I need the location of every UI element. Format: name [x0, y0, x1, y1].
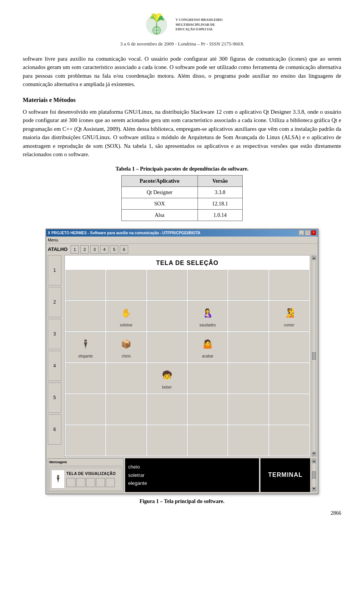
vis-squares: [66, 478, 116, 487]
logo-area: V Congresso Brasileiro Multidisciplinar …: [23, 11, 341, 38]
minimize-button[interactable]: _: [299, 230, 304, 235]
grid-cell-r5c3[interactable]: [147, 394, 187, 425]
grid-cell-r1c2[interactable]: [106, 270, 146, 300]
cell-icon-beber: 🧒: [158, 367, 175, 384]
figure-caption: Figura 1 – Tela principal do software.: [23, 497, 341, 505]
vis-sq-3[interactable]: [86, 478, 95, 487]
grid-cell-r2c5[interactable]: [228, 301, 268, 331]
cell-icon-saudades: 🤱: [199, 305, 216, 321]
scroll-up-btn-2[interactable]: ▲: [312, 459, 316, 463]
col-header-version: Versão: [198, 175, 243, 187]
grid-cell-r2c1[interactable]: [66, 301, 105, 331]
cell-icon-acabar: 🤷: [199, 336, 216, 353]
software-window: X PROJETO HERMES - Software para auxílio…: [46, 229, 318, 494]
word-item-0: cheio: [128, 463, 256, 471]
grid-cell-r1c6[interactable]: [269, 270, 309, 300]
word-item-1: soletrar: [128, 471, 256, 480]
atalho-btn-5[interactable]: 5: [110, 245, 118, 254]
menu-bar[interactable]: Menu: [46, 237, 318, 244]
grid-cell-r3c4[interactable]: 🤷 acabar: [188, 332, 228, 362]
table-row: SOX 12.18.1: [122, 198, 243, 209]
maximize-button[interactable]: □: [305, 230, 310, 235]
first-paragraph: software livre para auxílio na comunicaç…: [23, 55, 341, 89]
logo-text: V Congresso Brasileiro Multidisciplinar …: [176, 17, 223, 32]
grid-cell-r5c1[interactable]: [66, 394, 105, 425]
section-paragraph: O software foi desenvolvido em plataform…: [23, 108, 341, 159]
scroll-thumb-2[interactable]: [312, 471, 316, 479]
vis-sq-5[interactable]: [106, 478, 115, 487]
bottom-bar: Mensagem 🕴 TELA DE VISUALIZAÇÃO: [48, 458, 316, 492]
scroll-down-btn-2[interactable]: ▼: [312, 487, 316, 491]
atalho-btn-1[interactable]: 1: [71, 245, 79, 254]
close-button[interactable]: X: [311, 230, 316, 235]
cell-label-comer: comer: [284, 322, 294, 328]
atalho-label: ATALHO: [48, 246, 67, 253]
vis-sq-4[interactable]: [96, 478, 105, 487]
mensagem-label: Mensagem: [49, 460, 122, 466]
grid-cell-r6c3[interactable]: [147, 425, 187, 456]
scroll-up-btn[interactable]: ▲: [312, 256, 316, 260]
bottom-scrollbar[interactable]: ▲ ▼: [312, 458, 316, 492]
dependencies-table: Pacote/Aplicativo Versão Qt Designer 3.3…: [121, 175, 243, 221]
row-label-1: 1: [48, 255, 61, 285]
grid-cell-r5c5[interactable]: [228, 394, 268, 425]
grid-cell-r5c2[interactable]: [106, 394, 146, 425]
grid-cell-r5c6[interactable]: [269, 394, 309, 425]
col-header-package: Pacote/Aplicativo: [122, 175, 198, 187]
row-label-4: 4: [48, 351, 61, 381]
scroll-down-btn[interactable]: ▼: [312, 452, 316, 456]
vertical-scrollbar[interactable]: ▲ ▼: [312, 255, 316, 457]
grid-cell-r6c5[interactable]: [228, 425, 268, 456]
grid-cell-r3c6[interactable]: [269, 332, 309, 362]
atalho-btn-4[interactable]: 4: [100, 245, 108, 254]
window-controls[interactable]: _ □ X: [299, 230, 316, 235]
row-labels: 1 2 3 4 5 6: [48, 255, 63, 457]
visualization-area: 🕴 TELA DE VISUALIZAÇÃO: [49, 468, 122, 491]
grid-cell-r3c5[interactable]: [228, 332, 268, 362]
cell-label-cheio: cheio: [122, 353, 131, 359]
grid-cell-r1c4[interactable]: [188, 270, 228, 300]
grid-cell-r3c2[interactable]: 📦 cheio: [106, 332, 146, 362]
grid-cell-r2c6[interactable]: 🧏 comer: [269, 301, 309, 331]
atalho-btn-2[interactable]: 2: [80, 245, 89, 254]
grid-cell-r4c4[interactable]: [188, 363, 228, 393]
atalho-btn-6[interactable]: 6: [120, 245, 128, 254]
grid-cell-r2c3[interactable]: [147, 301, 187, 331]
menu-item-menu[interactable]: Menu: [48, 238, 58, 242]
grid-cell-r6c6[interactable]: [269, 425, 309, 456]
row-label-5: 5: [48, 382, 61, 413]
package-version: 12.18.1: [198, 198, 243, 209]
vis-sq-2[interactable]: [76, 478, 85, 487]
scroll-thumb[interactable]: [312, 352, 316, 360]
grid-title: TELA DE SELEÇÃO: [65, 255, 310, 269]
grid-cell-r5c4[interactable]: [188, 394, 228, 425]
grid-cell-r4c6[interactable]: [269, 363, 309, 393]
grid-cell-r6c2[interactable]: [106, 425, 146, 456]
cell-label-soletrar: soletrar: [120, 322, 132, 328]
package-version: 1.0.14: [198, 209, 243, 221]
table-header: Pacote/Aplicativo Versão: [122, 175, 243, 187]
cell-icon-soletrar: ✋: [118, 305, 135, 321]
cell-label-elegante: elegante: [78, 353, 93, 359]
grid-cell-r1c3[interactable]: [147, 270, 187, 300]
grid-cell-r6c1[interactable]: [66, 425, 105, 456]
grid-cell-r4c1[interactable]: [66, 363, 105, 393]
cell-label-acabar: acabar: [202, 353, 213, 359]
atalho-btn-3[interactable]: 3: [90, 245, 99, 254]
atalho-bar: ATALHO 1 2 3 4 5 6: [48, 245, 316, 254]
grid-cell-r2c2[interactable]: ✋ soletrar: [106, 301, 146, 331]
grid-cell-r1c5[interactable]: [228, 270, 268, 300]
grid-cells[interactable]: ✋ soletrar 🤱 saudades 🧏 comer: [65, 269, 310, 456]
grid-cell-r3c1[interactable]: 🕴 elegante: [66, 332, 105, 362]
grid-cell-r6c4[interactable]: [188, 425, 228, 456]
page-number: 2866: [23, 509, 341, 517]
vis-person-icon: 🕴: [51, 470, 65, 489]
vis-sq-1[interactable]: [66, 478, 75, 487]
grid-cell-r4c3[interactable]: 🧒 beber: [147, 363, 187, 393]
grid-cell-r4c5[interactable]: [228, 363, 268, 393]
cell-label-beber: beber: [162, 384, 172, 390]
grid-cell-r3c3[interactable]: [147, 332, 187, 362]
grid-cell-r1c1[interactable]: [66, 270, 105, 300]
grid-cell-r2c4[interactable]: 🤱 saudades: [188, 301, 228, 331]
grid-cell-r4c2[interactable]: [106, 363, 146, 393]
